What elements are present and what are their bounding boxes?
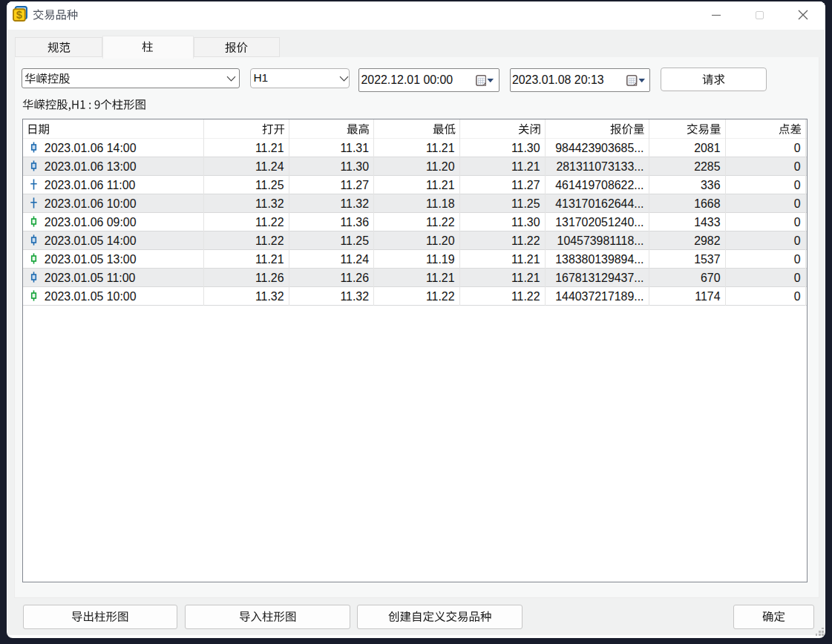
svg-text:$: $ [16, 9, 22, 21]
